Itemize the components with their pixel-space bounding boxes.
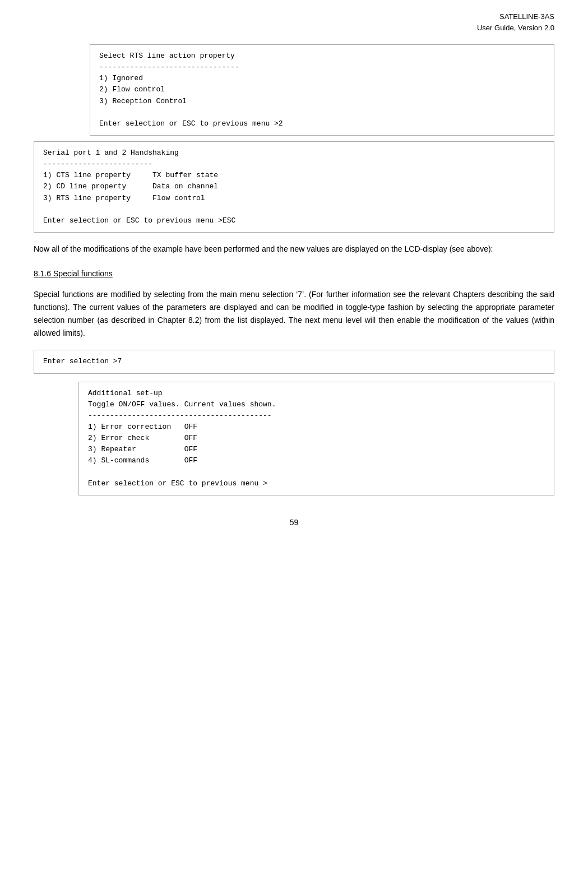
code-block-enter-selection: Enter selection >7 bbox=[34, 350, 554, 373]
header-line1: SATELLINE-3AS bbox=[34, 11, 554, 22]
code-block-serial-handshaking: Serial port 1 and 2 Handshaking --------… bbox=[34, 141, 554, 233]
code-text-rts: Select RTS line action property --------… bbox=[99, 50, 545, 129]
body-paragraph-special-functions: Special functions are modified by select… bbox=[34, 288, 554, 340]
code-block-additional-setup: Additional set-up Toggle ON/OFF values. … bbox=[78, 382, 554, 495]
code-text-serial: Serial port 1 and 2 Handshaking --------… bbox=[43, 147, 545, 226]
page-header: SATELLINE-3AS User Guide, Version 2.0 bbox=[34, 11, 554, 33]
page-footer: 59 bbox=[34, 518, 554, 527]
page-number: 59 bbox=[290, 518, 299, 527]
header-line2: User Guide, Version 2.0 bbox=[34, 22, 554, 34]
code-block-rts-selection: Select RTS line action property --------… bbox=[90, 44, 554, 136]
body-paragraph-modifications: Now all of the modifications of the exam… bbox=[34, 243, 554, 256]
page-container: SATELLINE-3AS User Guide, Version 2.0 Se… bbox=[0, 0, 588, 894]
code-text-additional: Additional set-up Toggle ON/OFF values. … bbox=[88, 388, 545, 489]
code-text-enter-selection: Enter selection >7 bbox=[43, 356, 545, 367]
section-heading-special-functions: 8.1.6 Special functions bbox=[34, 269, 554, 278]
